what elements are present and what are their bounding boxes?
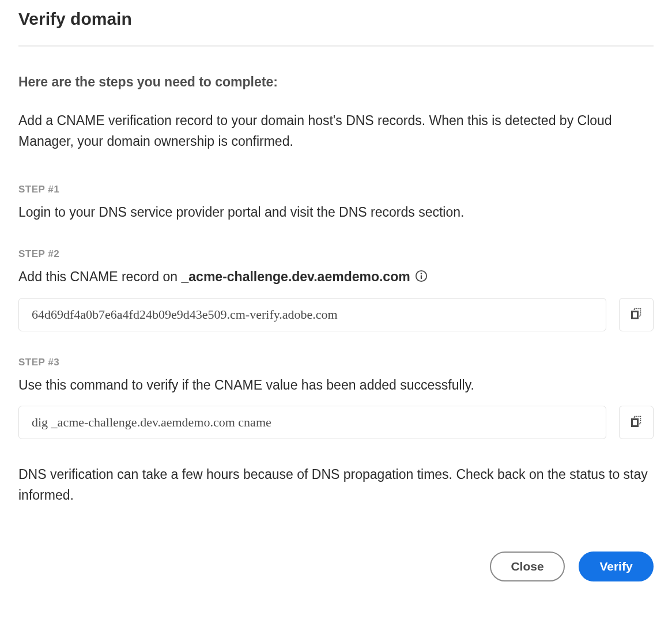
cname-record-field[interactable]: 64d69df4a0b7e6a4fd24b09e9d43e509.cm-veri…	[18, 298, 606, 331]
step2-text: Add this CNAME record on _acme-challenge…	[18, 267, 654, 288]
svg-rect-9	[633, 420, 637, 425]
svg-point-1	[421, 273, 422, 274]
copy-cname-button[interactable]	[619, 298, 654, 331]
step1-label: STEP #1	[18, 184, 654, 195]
dialog-title: Verify domain	[18, 9, 654, 29]
verify-button[interactable]: Verify	[579, 552, 654, 581]
close-button[interactable]: Close	[490, 552, 565, 581]
step2-text-prefix: Add this CNAME record on	[18, 269, 182, 284]
copy-icon	[630, 415, 643, 430]
divider	[18, 45, 654, 47]
step3-label: STEP #3	[18, 357, 654, 368]
dig-command-field[interactable]: dig _acme-challenge.dev.aemdemo.com cnam…	[18, 406, 606, 439]
step1-text: Login to your DNS service provider porta…	[18, 202, 654, 223]
step3-field-row: dig _acme-challenge.dev.aemdemo.com cnam…	[18, 406, 654, 439]
step2-domain: _acme-challenge.dev.aemdemo.com	[182, 269, 410, 284]
svg-rect-2	[421, 275, 422, 279]
info-icon[interactable]	[415, 270, 428, 282]
verify-domain-dialog: Verify domain Here are the steps you nee…	[0, 0, 672, 600]
step2-field-row: 64d69df4a0b7e6a4fd24b09e9d43e509.cm-veri…	[18, 298, 654, 331]
copy-icon	[630, 307, 643, 322]
intro-text: Add a CNAME verification record to your …	[18, 111, 654, 152]
steps-subheading: Here are the steps you need to complete:	[18, 74, 654, 90]
footer-note: DNS verification can take a few hours be…	[18, 464, 654, 505]
step2-label: STEP #2	[18, 248, 654, 260]
step3-text: Use this command to verify if the CNAME …	[18, 375, 654, 396]
button-row: Close Verify	[18, 552, 654, 581]
copy-command-button[interactable]	[619, 406, 654, 439]
svg-rect-5	[633, 312, 637, 318]
